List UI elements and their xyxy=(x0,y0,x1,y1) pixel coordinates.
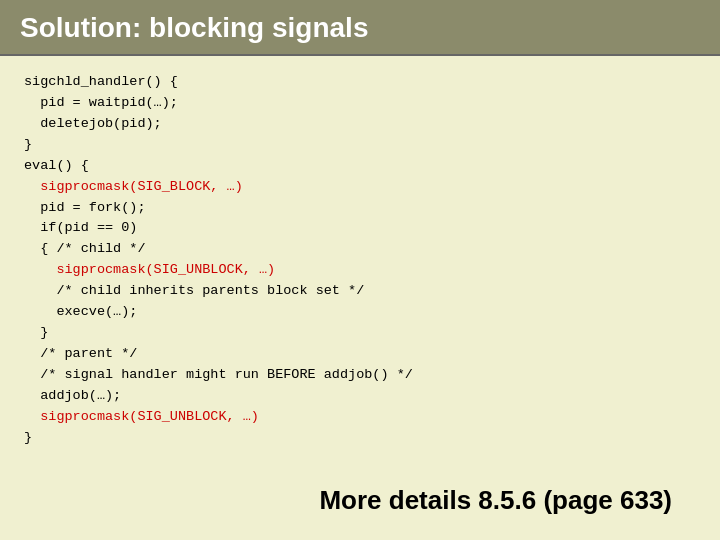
code-line: sigprocmask(SIG_BLOCK, …) xyxy=(24,177,696,198)
page: Solution: blocking signals sigchld_handl… xyxy=(0,0,720,540)
code-line: deletejob(pid); xyxy=(24,114,696,135)
code-line: addjob(…); xyxy=(24,386,696,407)
code-line: /* signal handler might run BEFORE addjo… xyxy=(24,365,696,386)
code-line: pid = fork(); xyxy=(24,198,696,219)
code-line: sigprocmask(SIG_UNBLOCK, …) xyxy=(24,407,696,428)
code-line: } xyxy=(24,323,696,344)
code-line: execve(…); xyxy=(24,302,696,323)
code-block: sigchld_handler() { pid = waitpid(…); de… xyxy=(24,72,696,477)
code-line: } xyxy=(24,135,696,156)
code-line: eval() { xyxy=(24,156,696,177)
code-line: if(pid == 0) xyxy=(24,218,696,239)
code-line: pid = waitpid(…); xyxy=(24,93,696,114)
code-line: { /* child */ xyxy=(24,239,696,260)
code-line: /* parent */ xyxy=(24,344,696,365)
code-line: sigchld_handler() { xyxy=(24,72,696,93)
code-line: } xyxy=(24,428,696,449)
content-area: sigchld_handler() { pid = waitpid(…); de… xyxy=(0,56,720,540)
code-line: /* child inherits parents block set */ xyxy=(24,281,696,302)
footer-text: More details 8.5.6 (page 633) xyxy=(24,477,696,530)
header: Solution: blocking signals xyxy=(0,0,720,56)
page-title: Solution: blocking signals xyxy=(20,12,368,43)
code-line: sigprocmask(SIG_UNBLOCK, …) xyxy=(24,260,696,281)
